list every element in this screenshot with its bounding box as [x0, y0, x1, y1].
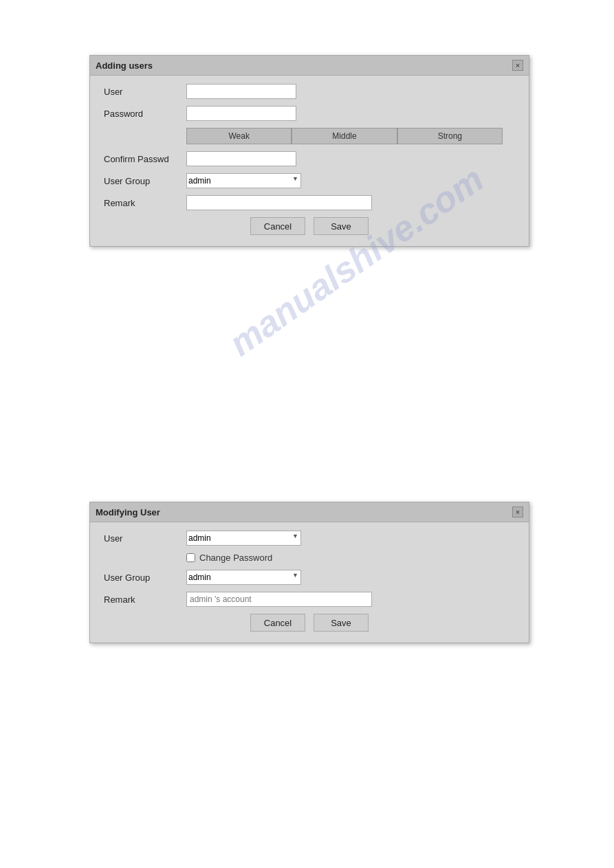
adding-users-titlebar: Adding users × — [90, 56, 529, 76]
mod-user-label: User — [104, 533, 186, 544]
remark-input[interactable] — [186, 195, 372, 210]
change-password-row: Change Password — [104, 553, 515, 563]
strength-middle: Middle — [292, 128, 397, 144]
strength-weak: Weak — [186, 128, 292, 144]
mod-user-group-select-wrapper: admin operator viewer — [186, 570, 301, 585]
mod-remark-input[interactable] — [186, 592, 372, 607]
user-row: User — [104, 84, 515, 99]
adding-users-close-button[interactable]: × — [512, 60, 523, 71]
modifying-user-titlebar: Modifying User × — [90, 502, 529, 522]
confirm-passwd-input[interactable] — [186, 151, 296, 166]
mod-user-select-wrapper: admin — [186, 531, 301, 546]
adding-users-title: Adding users — [96, 60, 153, 71]
mod-remark-row: Remark — [104, 592, 515, 607]
mod-remark-label: Remark — [104, 594, 186, 605]
adding-users-body: User Password Weak Middle Strong Confirm… — [90, 76, 529, 246]
confirm-passwd-label: Confirm Passwd — [104, 154, 186, 164]
user-group-row: User Group admin operator viewer — [104, 173, 515, 188]
password-input[interactable] — [186, 106, 296, 121]
modifying-user-close-button[interactable]: × — [512, 507, 523, 518]
adding-users-save-button[interactable]: Save — [314, 217, 369, 235]
user-group-select[interactable]: admin operator viewer — [186, 173, 301, 188]
change-password-checkbox[interactable] — [186, 553, 195, 562]
mod-user-row: User admin — [104, 531, 515, 546]
remark-row: Remark — [104, 195, 515, 210]
password-row: Password — [104, 106, 515, 121]
mod-user-select[interactable]: admin — [186, 531, 301, 546]
user-label: User — [104, 87, 186, 97]
strength-bar: Weak Middle Strong — [186, 128, 503, 144]
mod-user-group-select[interactable]: admin operator viewer — [186, 570, 301, 585]
confirm-passwd-row: Confirm Passwd — [104, 151, 515, 166]
mod-user-group-row: User Group admin operator viewer — [104, 570, 515, 585]
adding-users-cancel-button[interactable]: Cancel — [250, 217, 305, 235]
password-label: Password — [104, 109, 186, 119]
user-group-label: User Group — [104, 176, 186, 186]
modifying-user-cancel-button[interactable]: Cancel — [250, 614, 305, 632]
user-input[interactable] — [186, 84, 296, 99]
modifying-user-title: Modifying User — [96, 507, 160, 518]
strength-bar-row: Weak Middle Strong — [104, 128, 515, 144]
strength-strong: Strong — [397, 128, 503, 144]
change-password-label: Change Password — [199, 553, 272, 563]
remark-label: Remark — [104, 198, 186, 208]
modifying-user-save-button[interactable]: Save — [314, 614, 369, 632]
adding-users-button-row: Cancel Save — [104, 217, 515, 235]
mod-user-group-label: User Group — [104, 572, 186, 583]
adding-users-dialog: Adding users × User Password Weak Middle… — [89, 55, 529, 247]
modifying-user-body: User admin Change Password User Group ad… — [90, 522, 529, 643]
modifying-user-button-row: Cancel Save — [104, 614, 515, 632]
modifying-user-dialog: Modifying User × User admin Change Passw… — [89, 502, 529, 643]
user-group-select-wrapper: admin operator viewer — [186, 173, 301, 188]
